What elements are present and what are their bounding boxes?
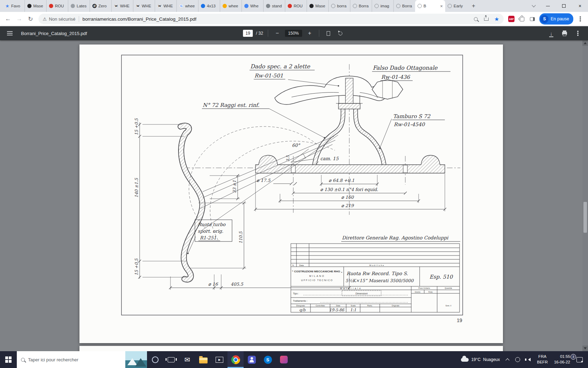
page-number-input[interactable]: 19 xyxy=(243,30,253,37)
movies-tv-button[interactable]: ▶ xyxy=(211,351,227,368)
adblock-extension-button[interactable]: ABP xyxy=(506,14,516,24)
hamburger-icon xyxy=(7,33,13,34)
tab-favicon: W xyxy=(136,4,140,8)
tab-favicon xyxy=(353,4,357,8)
file-explorer-button[interactable] xyxy=(195,351,211,368)
zoom-level[interactable]: 150% xyxy=(285,30,302,37)
ruota-line1: Ruota turbo xyxy=(198,222,226,227)
cortana-button[interactable] xyxy=(147,351,163,368)
label-raggi: N° 72 Raggi est. rinf. xyxy=(203,102,259,108)
forward-button[interactable]: → xyxy=(14,14,24,24)
share-button[interactable] xyxy=(481,14,491,24)
browser-tab-active[interactable]: B× xyxy=(415,0,445,12)
pdf-toolbar: Borrani_Price_Catalog_2015.pdf 19 / 32 −… xyxy=(0,26,588,40)
browser-menu-button[interactable] xyxy=(575,14,585,24)
fit-page-button[interactable] xyxy=(324,29,333,38)
scrollbar-thumb[interactable] xyxy=(583,202,587,233)
tab-favicon: ★ xyxy=(5,4,9,8)
skype-button[interactable]: S xyxy=(260,351,276,368)
browser-tab[interactable]: whee xyxy=(220,0,241,12)
paint-button[interactable] xyxy=(276,351,292,368)
puzzle-icon xyxy=(520,17,524,21)
zoom-in-button[interactable]: + xyxy=(305,29,314,38)
browser-tab[interactable]: Early xyxy=(445,0,467,12)
chrome-button[interactable] xyxy=(227,351,244,368)
tb-data2: Data xyxy=(336,305,341,307)
browser-tab[interactable]: ROU xyxy=(285,0,307,12)
window-close-button[interactable]: × xyxy=(572,0,588,12)
bookmark-button[interactable]: ★ xyxy=(492,14,502,24)
rotate-button[interactable] xyxy=(336,29,345,38)
task-view-button[interactable] xyxy=(163,351,179,368)
browser-tab[interactable]: Borra xyxy=(350,0,372,12)
tray-app-button[interactable] xyxy=(512,351,523,368)
minimize-button[interactable] xyxy=(540,0,556,12)
browser-tab[interactable]: 4x13 xyxy=(198,0,220,12)
weather-widget[interactable]: 19°C Nuageux xyxy=(458,351,503,368)
url-text[interactable]: borraniamericas.com/Borrani_Price_Catalo… xyxy=(83,16,197,22)
pdf-title: Borrani_Price_Catalog_2015.pdf xyxy=(21,31,87,36)
pdf-scrollbar[interactable] xyxy=(582,40,588,351)
start-button[interactable] xyxy=(0,351,17,368)
reload-button[interactable]: ↻ xyxy=(25,14,36,24)
hidden-icons-button[interactable] xyxy=(503,351,512,368)
action-center-button[interactable]: 3 xyxy=(573,351,586,368)
profile-button[interactable]: S En pause xyxy=(539,13,573,25)
browser-tab[interactable]: Borra xyxy=(393,0,415,12)
tab-close-icon[interactable]: × xyxy=(440,4,443,8)
tab-search-button[interactable] xyxy=(528,0,540,12)
scroll-down-button[interactable] xyxy=(582,346,588,351)
browser-tab[interactable]: Lates xyxy=(68,0,90,12)
chevron-up-icon xyxy=(506,358,510,362)
language-block: FRA BEFR xyxy=(537,354,548,365)
browser-tab[interactable]: Mase xyxy=(307,0,328,12)
taskbar-search-input[interactable]: Taper ici pour rechercher xyxy=(17,351,147,368)
search-highlight-image[interactable] xyxy=(125,351,147,368)
tab-favicon xyxy=(374,4,379,8)
zoom-out-button[interactable]: − xyxy=(273,29,282,38)
pdf-page: Dado spec. a 2 alette Rw-01-501 Falso Da… xyxy=(79,45,503,343)
clock[interactable]: 01:55 16-06-22 xyxy=(551,351,573,368)
hub-section xyxy=(315,103,384,164)
cloud-icon xyxy=(461,358,469,362)
extensions-button[interactable] xyxy=(517,14,527,24)
browser-tab[interactable]: WWHE xyxy=(111,0,133,12)
browser-tab[interactable]: Whe xyxy=(241,0,263,12)
browser-tab[interactable]: WWHE xyxy=(133,0,155,12)
browser-tab[interactable]: borra xyxy=(328,0,350,12)
adblock-icon: ABP xyxy=(508,16,514,22)
language-switcher[interactable]: FRA BEFR xyxy=(534,351,551,368)
browser-tab[interactable]: stand xyxy=(263,0,285,12)
print-button[interactable] xyxy=(560,29,569,38)
zoom-button[interactable] xyxy=(471,14,481,24)
browser-tab[interactable]: Gwhee xyxy=(176,0,198,12)
security-label[interactable]: Non sécurisé xyxy=(49,16,76,22)
scroll-up-button[interactable] xyxy=(582,40,588,46)
tb-modifiche: Modifiche xyxy=(369,264,385,266)
mail-button[interactable]: ✉ xyxy=(179,351,195,368)
new-tab-button[interactable]: + xyxy=(469,1,478,11)
browser-tab[interactable]: Mase xyxy=(24,0,46,12)
maximize-button[interactable] xyxy=(556,0,572,12)
dim-3-5: 3,5 xyxy=(286,155,290,162)
browser-tab[interactable]: ROU xyxy=(46,0,68,12)
volume-button[interactable] xyxy=(523,351,534,368)
pdf-more-button[interactable] xyxy=(573,29,582,38)
triangle-down-icon xyxy=(584,347,587,349)
kebab-icon xyxy=(577,33,579,34)
tb-controllato: Controllato xyxy=(316,305,325,307)
address-bar[interactable]: ⚠ Non sécurisé borraniamericas.com/Borra… xyxy=(38,14,504,24)
tab-label: Borra xyxy=(359,4,369,8)
side-panel-button[interactable] xyxy=(527,14,537,24)
tab-favicon xyxy=(201,4,205,8)
back-button[interactable]: ← xyxy=(3,14,13,24)
tab-favicon xyxy=(309,4,314,8)
browser-tab[interactable]: imag xyxy=(372,0,393,12)
pdf-menu-button[interactable] xyxy=(6,29,14,38)
teams-button[interactable] xyxy=(244,351,260,368)
download-button[interactable]: ↓ xyxy=(547,29,556,38)
browser-tab[interactable]: ★Favo xyxy=(3,0,24,12)
weather-temp: 19°C xyxy=(471,357,481,362)
browser-tab[interactable]: WWHE xyxy=(155,0,176,12)
browser-tab[interactable]: ØZero xyxy=(90,0,111,12)
